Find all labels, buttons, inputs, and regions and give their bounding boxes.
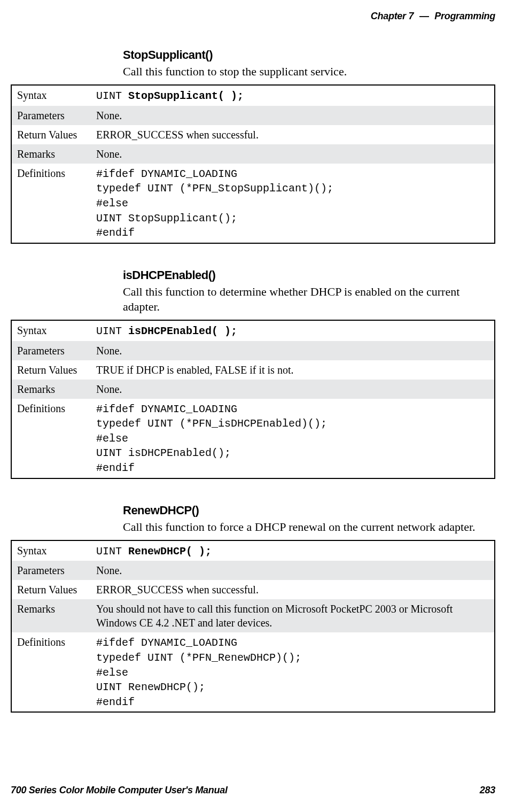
manual-title: 700 Series Color Mobile Computer User's … [11, 785, 228, 795]
row-value: UINT isDHCPEnabled( ); [91, 320, 495, 341]
row-value: None. [91, 144, 495, 164]
row-label: Return Values [11, 580, 91, 599]
table-row: Return Values ERROR_SUCCESS when success… [11, 580, 495, 599]
row-value: #ifdef DYNAMIC_LOADING typedef UINT (*PF… [91, 399, 495, 478]
syntax-prefix: UINT [96, 325, 128, 337]
row-label: Return Values [11, 125, 91, 144]
page-footer: 700 Series Color Mobile Computer User's … [11, 785, 495, 796]
function-heading: StopSupplicant() [123, 48, 495, 62]
row-label: Remarks [11, 144, 91, 164]
table-row: Syntax UINT RenewDHCP( ); [11, 540, 495, 561]
function-heading: isDHCPEnabled() [123, 268, 495, 282]
row-label: Return Values [11, 360, 91, 380]
row-value: None. [91, 106, 495, 125]
row-value: None. [91, 341, 495, 360]
row-label: Parameters [11, 341, 91, 360]
row-label: Definitions [11, 399, 91, 478]
api-table: Syntax UINT RenewDHCP( ); Parameters Non… [11, 540, 495, 713]
row-value: You should not have to call this functio… [91, 599, 495, 632]
chapter-title: Programming [434, 11, 495, 21]
syntax-signature: isDHCPEnabled( ); [128, 325, 237, 337]
function-description: Call this function to determine whether … [123, 284, 495, 314]
table-row: Parameters None. [11, 561, 495, 580]
row-value: ERROR_SUCCESS when successful. [91, 580, 495, 599]
row-value: None. [91, 561, 495, 580]
definitions-code: #ifdef DYNAMIC_LOADING typedef UINT (*PF… [96, 168, 333, 239]
row-label: Definitions [11, 632, 91, 712]
row-value: UINT RenewDHCP( ); [91, 540, 495, 561]
page-content: StopSupplicant() Call this function to s… [11, 42, 495, 737]
table-row: Definitions #ifdef DYNAMIC_LOADING typed… [11, 632, 495, 712]
api-table: Syntax UINT StopSupplicant( ); Parameter… [11, 84, 495, 244]
table-row: Syntax UINT isDHCPEnabled( ); [11, 320, 495, 341]
function-block: isDHCPEnabled() Call this function to de… [11, 268, 495, 479]
table-row: Parameters None. [11, 106, 495, 125]
row-value: TRUE if DHCP is enabled, FALSE if it is … [91, 360, 495, 380]
row-label: Syntax [11, 85, 91, 106]
function-heading: RenewDHCP() [123, 504, 495, 517]
row-value: #ifdef DYNAMIC_LOADING typedef UINT (*PF… [91, 164, 495, 243]
row-label: Parameters [11, 106, 91, 125]
table-row: Return Values ERROR_SUCCESS when success… [11, 125, 495, 144]
definitions-code: #ifdef DYNAMIC_LOADING typedef UINT (*PF… [96, 403, 327, 474]
table-row: Parameters None. [11, 341, 495, 360]
row-value: UINT StopSupplicant( ); [91, 85, 495, 106]
function-block: RenewDHCP() Call this function to force … [11, 504, 495, 713]
function-description: Call this function to force a DHCP renew… [123, 520, 495, 535]
table-row: Syntax UINT StopSupplicant( ); [11, 85, 495, 106]
row-label: Definitions [11, 164, 91, 243]
syntax-prefix: UINT [96, 545, 128, 558]
syntax-prefix: UINT [96, 90, 128, 102]
row-label: Syntax [11, 320, 91, 341]
table-row: Remarks None. [11, 144, 495, 164]
row-label: Syntax [11, 540, 91, 561]
table-row: Remarks You should not have to call this… [11, 599, 495, 632]
row-value: None. [91, 380, 495, 399]
row-label: Remarks [11, 599, 91, 632]
definitions-code: #ifdef DYNAMIC_LOADING typedef UINT (*PF… [96, 637, 301, 708]
page-header: Chapter 7 — Programming [371, 11, 495, 22]
table-row: Definitions #ifdef DYNAMIC_LOADING typed… [11, 164, 495, 243]
table-row: Return Values TRUE if DHCP is enabled, F… [11, 360, 495, 380]
header-separator: — [419, 11, 429, 21]
api-table: Syntax UINT isDHCPEnabled( ); Parameters… [11, 320, 495, 479]
row-value: #ifdef DYNAMIC_LOADING typedef UINT (*PF… [91, 632, 495, 712]
row-value: ERROR_SUCCESS when successful. [91, 125, 495, 144]
function-block: StopSupplicant() Call this function to s… [11, 48, 495, 244]
syntax-signature: StopSupplicant( ); [128, 90, 244, 102]
table-row: Definitions #ifdef DYNAMIC_LOADING typed… [11, 399, 495, 478]
document-page: Chapter 7 — Programming StopSupplicant()… [0, 0, 522, 812]
chapter-number: 7 [408, 11, 414, 21]
function-description: Call this function to stop the supplican… [123, 64, 495, 79]
chapter-label: Chapter [371, 11, 406, 21]
syntax-signature: RenewDHCP( ); [128, 545, 212, 558]
row-label: Remarks [11, 380, 91, 399]
page-number: 283 [480, 785, 495, 796]
table-row: Remarks None. [11, 380, 495, 399]
row-label: Parameters [11, 561, 91, 580]
